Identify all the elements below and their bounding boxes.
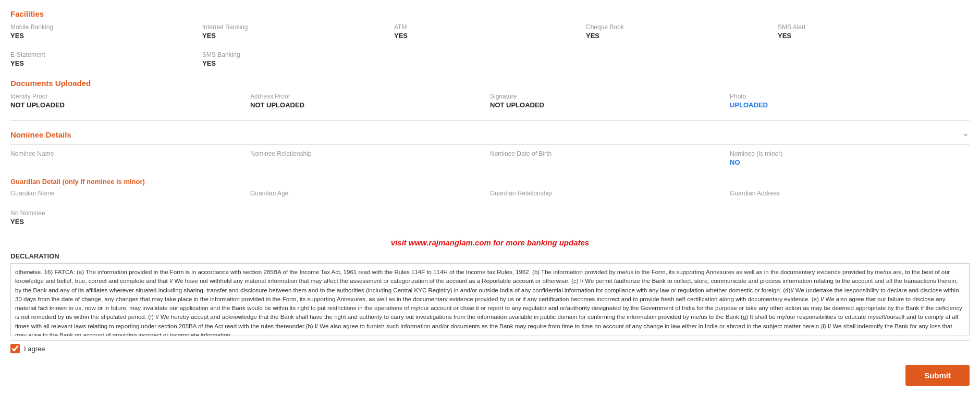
label-signature: Signature	[490, 93, 722, 100]
value-internet-banking: YES	[202, 32, 386, 40]
label-address-proof: Address Proof	[250, 93, 482, 100]
value-e-statement: YES	[10, 59, 194, 67]
facilities-section: Facilities Mobile Banking YES Internet B…	[10, 9, 970, 72]
value-mobile-banking: YES	[10, 32, 194, 40]
guardian-fields-row: Guardian Name Guardian Age Guardian Rela…	[10, 190, 970, 203]
promo-text: visit www.rajmanglam.com for more bankin…	[10, 238, 970, 247]
label-guardian-name: Guardian Name	[10, 190, 242, 197]
field-guardian-relationship: Guardian Relationship	[490, 190, 730, 198]
label-nominee-minor: Nominee (is minor)	[730, 150, 962, 157]
value-no-nominee: YES	[10, 218, 962, 226]
declaration-text: otherwise. 16) FATCA: (a) The informatio…	[15, 269, 962, 336]
field-guardian-address: Guardian Address	[730, 190, 970, 198]
spacer2	[586, 51, 778, 67]
documents-title: Documents Uploaded	[10, 79, 970, 88]
label-identity-proof: Identity Proof	[10, 93, 242, 100]
declaration-title: DECLARATION	[10, 252, 970, 260]
label-photo: Photo	[730, 93, 962, 100]
nominee-section: Nominee Details ⌄ Nominee Name Nominee R…	[10, 126, 970, 171]
facilities-row-2: E-Statement YES SMS Banking YES	[10, 51, 970, 72]
label-internet-banking: Internet Banking	[202, 23, 386, 31]
guardian-section: Guardian Detail (only if nominee is mino…	[10, 178, 970, 231]
value-address-proof: NOT UPLOADED	[250, 101, 482, 109]
nominee-header: Nominee Details ⌄	[10, 126, 970, 139]
label-mobile-banking: Mobile Banking	[10, 23, 194, 31]
spacer1	[394, 51, 586, 67]
field-sms-banking: SMS Banking YES	[202, 51, 394, 67]
field-identity-proof: Identity Proof NOT UPLOADED	[10, 93, 250, 109]
label-guardian-address: Guardian Address	[730, 190, 962, 197]
label-nominee-relationship: Nominee Relationship	[250, 150, 482, 157]
submit-button[interactable]: Submit	[905, 365, 970, 386]
documents-row: Identity Proof NOT UPLOADED Address Proo…	[10, 93, 970, 114]
label-cheque-book: Cheque Book	[586, 23, 770, 31]
agree-row: I agree	[10, 340, 970, 356]
value-photo: UPLOADED	[730, 101, 962, 109]
agree-label: I agree	[24, 345, 45, 353]
field-address-proof: Address Proof NOT UPLOADED	[250, 93, 490, 109]
documents-section: Documents Uploaded Identity Proof NOT UP…	[10, 79, 970, 114]
field-guardian-name: Guardian Name	[10, 190, 250, 198]
chevron-down-icon[interactable]: ⌄	[962, 127, 970, 139]
label-guardian-relationship: Guardian Relationship	[490, 190, 722, 197]
value-atm: YES	[394, 32, 578, 40]
field-internet-banking: Internet Banking YES	[202, 23, 394, 40]
guardian-title: Guardian Detail (only if nominee is mino…	[10, 178, 970, 186]
agree-checkbox[interactable]	[10, 344, 20, 353]
declaration-section: DECLARATION otherwise. 16) FATCA: (a) Th…	[10, 252, 970, 386]
field-no-nominee: No Nominee YES	[10, 209, 970, 226]
label-sms-banking: SMS Banking	[202, 51, 386, 58]
divider-nominee	[10, 144, 970, 145]
spacer3	[778, 51, 970, 67]
field-nominee-relationship: Nominee Relationship	[250, 150, 490, 166]
value-cheque-book: YES	[586, 32, 770, 40]
value-sms-alert: YES	[778, 32, 962, 40]
field-mobile-banking: Mobile Banking YES	[10, 23, 202, 40]
field-nominee-name: Nominee Name	[10, 150, 250, 166]
label-no-nominee: No Nominee	[10, 209, 962, 217]
field-atm: ATM YES	[394, 23, 586, 40]
value-sms-banking: YES	[202, 59, 386, 67]
field-signature: Signature NOT UPLOADED	[490, 93, 730, 109]
no-nominee-row: No Nominee YES	[10, 209, 970, 231]
field-nominee-dob: Nominee Date of Birth	[490, 150, 730, 166]
facilities-row-1: Mobile Banking YES Internet Banking YES …	[10, 23, 970, 45]
label-nominee-dob: Nominee Date of Birth	[490, 150, 722, 157]
facilities-title: Facilities	[10, 9, 970, 18]
label-sms-alert: SMS Alert	[778, 23, 962, 31]
field-nominee-minor: Nominee (is minor) NO	[730, 150, 970, 166]
submit-row: Submit	[10, 365, 970, 386]
value-nominee-minor: NO	[730, 158, 962, 166]
field-guardian-age: Guardian Age	[250, 190, 490, 198]
nominee-fields-row: Nominee Name Nominee Relationship Nomine…	[10, 150, 970, 171]
field-cheque-book: Cheque Book YES	[586, 23, 778, 40]
label-e-statement: E-Statement	[10, 51, 194, 58]
value-signature: NOT UPLOADED	[490, 101, 722, 109]
field-e-statement: E-Statement YES	[10, 51, 202, 67]
field-photo: Photo UPLOADED	[730, 93, 970, 109]
label-nominee-name: Nominee Name	[10, 150, 242, 157]
field-sms-alert: SMS Alert YES	[778, 23, 970, 40]
label-atm: ATM	[394, 23, 578, 31]
label-guardian-age: Guardian Age	[250, 190, 482, 197]
value-identity-proof: NOT UPLOADED	[10, 101, 242, 109]
declaration-text-box[interactable]: otherwise. 16) FATCA: (a) The informatio…	[10, 263, 970, 336]
nominee-title: Nominee Details	[10, 130, 71, 139]
divider-1	[10, 120, 970, 121]
